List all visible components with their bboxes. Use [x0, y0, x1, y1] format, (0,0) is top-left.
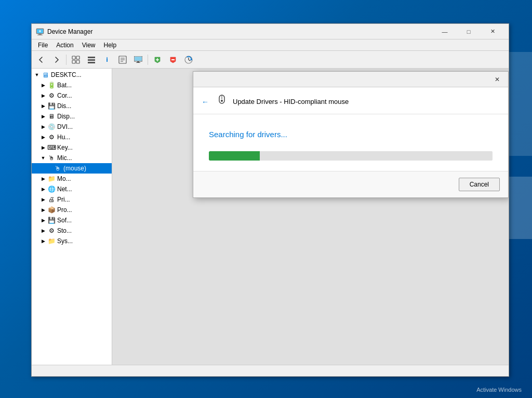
list-item[interactable]: ▶ 🖨 Pri...: [32, 194, 112, 205]
item-label: Mo...: [57, 175, 71, 182]
list-item[interactable]: ▶ 📁 Sys...: [32, 236, 112, 246]
toolbar-properties-button[interactable]: [115, 53, 130, 67]
properties-icon: [118, 56, 127, 64]
list-item[interactable]: ▶ 💾 Dis...: [32, 101, 112, 111]
menu-view[interactable]: View: [78, 41, 100, 50]
back-arrow-button[interactable]: ←: [202, 98, 209, 106]
keyboard-icon: ⌨: [47, 143, 56, 152]
item-label: Dis...: [57, 102, 71, 110]
update-drivers-dialog: ✕ ← Update Drivers - HID-compliant: [193, 71, 509, 198]
item-expander: ▶: [40, 207, 46, 213]
dialog-body: Searching for drivers...: [193, 114, 508, 171]
status-bar: [32, 365, 509, 376]
list-item[interactable]: ▶ ⚙ Cor...: [32, 90, 112, 101]
dialog-header-title: Update Drivers - HID-compliant mouse: [233, 98, 349, 105]
toolbar-sep-2: [148, 55, 148, 65]
tree-root[interactable]: ▼ 🖥 DESKTC...: [32, 70, 112, 80]
svg-rect-18: [137, 61, 139, 62]
svg-rect-2: [37, 35, 43, 35]
svg-rect-10: [88, 59, 95, 61]
item-label: Mic...: [57, 154, 72, 162]
computer-icon: 🖥: [41, 71, 49, 79]
list-item[interactable]: ▶ 📁 Mo...: [32, 174, 112, 184]
toolbar-remove-button[interactable]: [166, 53, 180, 67]
item-label: Pri...: [57, 196, 70, 203]
searching-text: Searching for drivers...: [209, 130, 493, 139]
list-item[interactable]: ▶ 🖥 Disp...: [32, 111, 112, 122]
list-item[interactable]: ▶ 🔋 Bat...: [32, 80, 112, 90]
progress-bar-fill: [209, 151, 260, 161]
svg-point-27: [221, 100, 223, 102]
root-label: DESKTC...: [51, 71, 82, 78]
battery-icon: 🔋: [47, 81, 56, 89]
item-label: Bat...: [57, 82, 72, 89]
right-panel: ✕ ← Update Drivers - HID-compliant: [112, 69, 509, 365]
display-icon: [134, 56, 142, 63]
mouse-icon: [216, 95, 228, 106]
item-expander: ▶: [40, 186, 46, 192]
list-item[interactable]: ▶ ⌨ Key...: [32, 142, 112, 153]
list-item[interactable]: ▶ ⚙ Hu...: [32, 132, 112, 142]
software-icon: 💾: [47, 216, 56, 224]
scan-icon: [72, 56, 80, 64]
dialog-header: ← Update Drivers - HID-compliant mouse: [193, 87, 508, 114]
storage-icon: ⚙: [47, 227, 56, 235]
list-item[interactable]: ▼ 🖱 Mic...: [32, 153, 112, 163]
svg-rect-19: [136, 62, 140, 63]
title-bar-buttons: — □ ✕: [433, 24, 504, 39]
toolbar-update-button[interactable]: [181, 53, 196, 67]
remove-icon: [169, 56, 177, 64]
dialog-close-button[interactable]: ✕: [490, 73, 504, 86]
item-label: Net...: [57, 185, 72, 193]
item-expander: ▶: [40, 217, 46, 223]
toolbar-back-button[interactable]: [34, 53, 48, 67]
item-label: Sof...: [57, 217, 72, 224]
menu-action[interactable]: Action: [52, 41, 77, 50]
toolbar: i: [32, 51, 509, 69]
list-item[interactable]: ▶ ⚙ Sto...: [32, 225, 112, 236]
svg-rect-5: [72, 56, 75, 59]
list-item[interactable]: 🖱 (mouse): [32, 163, 112, 174]
item-label: Sto...: [57, 227, 72, 234]
toolbar-display-button[interactable]: [131, 53, 145, 67]
dialog-device-icon: [216, 95, 228, 109]
list-item[interactable]: ▶ 💿 DVI...: [32, 122, 112, 132]
dialog-title-bar: ✕: [193, 72, 508, 87]
toolbar-scan-button[interactable]: [69, 53, 83, 67]
minimize-button[interactable]: —: [433, 24, 457, 39]
disk-icon: 💾: [47, 102, 56, 110]
maximize-button[interactable]: □: [457, 24, 481, 39]
cancel-button[interactable]: Cancel: [459, 178, 500, 191]
list-item[interactable]: ▶ 🌐 Net...: [32, 184, 112, 194]
mice-icon: 🖱: [47, 154, 56, 162]
toolbar-forward-button[interactable]: [49, 53, 64, 67]
item-expander: ▶: [40, 103, 46, 109]
main-content: ▼ 🖥 DESKTC... ▶ 🔋 Bat... ▶ ⚙ Cor... ▶ 💾 …: [32, 69, 509, 365]
toolbar-info-button[interactable]: i: [100, 53, 114, 67]
item-expander: ▶: [40, 92, 46, 99]
add-icon: [153, 56, 162, 64]
item-label: Cor...: [57, 92, 72, 99]
back-icon: [37, 56, 45, 63]
list-item[interactable]: ▶ 📦 Pro...: [32, 205, 112, 215]
menu-help[interactable]: Help: [100, 41, 121, 50]
toolbar-list-button[interactable]: [84, 53, 99, 67]
svg-point-4: [39, 30, 41, 32]
device-manager-window: Device Manager — □ ✕ File Action View He…: [31, 23, 509, 377]
window-close-button[interactable]: ✕: [481, 24, 504, 39]
item-expander: ▶: [40, 176, 46, 182]
device-manager-icon: [36, 28, 44, 36]
activate-windows-text: Activate Windows: [476, 387, 522, 393]
menu-file[interactable]: File: [34, 41, 52, 50]
toolbar-add-button[interactable]: [150, 53, 165, 67]
controller-icon: ⚙: [47, 91, 56, 100]
window-icon: [36, 28, 44, 36]
dvd-icon: 💿: [47, 123, 56, 131]
dialog-footer: Cancel: [193, 171, 508, 197]
title-bar: Device Manager — □ ✕: [32, 24, 509, 39]
processor-icon: 📦: [47, 206, 56, 214]
list-item[interactable]: ▶ 💾 Sof...: [32, 215, 112, 225]
human-icon: ⚙: [47, 133, 56, 141]
monitor-icon: 📁: [47, 175, 56, 183]
menu-bar: File Action View Help: [32, 39, 509, 51]
